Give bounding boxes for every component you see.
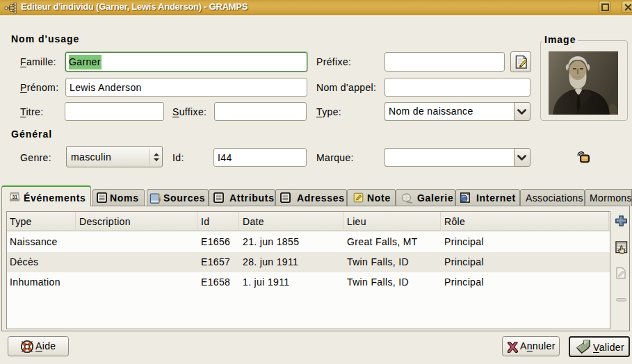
svg-text:31: 31 (12, 195, 17, 199)
